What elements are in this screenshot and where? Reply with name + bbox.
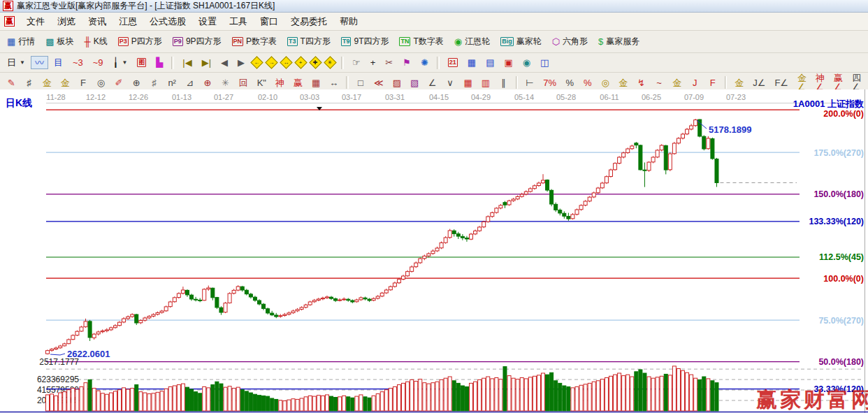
shift-left-button[interactable]: ← bbox=[250, 56, 263, 68]
zigzag-tool-button[interactable]: 〰 bbox=[31, 56, 48, 69]
notes-button[interactable]: 目 bbox=[50, 56, 67, 69]
expand-button[interactable]: ✚ bbox=[309, 56, 321, 68]
t-square-button[interactable]: T3T四方形 bbox=[283, 34, 335, 50]
n-squared-icon: n² bbox=[168, 78, 176, 87]
winner-service-button[interactable]: $赢家服务 bbox=[594, 34, 644, 50]
toolbar-separator bbox=[346, 76, 348, 89]
kline-chart[interactable]: 11-2812-1212-2601-1301-2702-1003-0303-17… bbox=[0, 89, 868, 413]
candle-body bbox=[168, 302, 172, 307]
crosshair-button[interactable]: + bbox=[366, 56, 380, 69]
wave9-button[interactable]: ~9 bbox=[89, 56, 108, 69]
menu-item-8[interactable]: 交易委托 bbox=[284, 14, 333, 29]
last-bar-icon: ▶| bbox=[202, 58, 211, 67]
menu-item-7[interactable]: 窗口 bbox=[254, 14, 284, 29]
volume-bar bbox=[452, 381, 456, 411]
date-tick-label: 04-15 bbox=[429, 93, 449, 101]
hexagon-button[interactable]: ⬡六角形 bbox=[548, 34, 592, 50]
measure-tool-button[interactable]: ✂ bbox=[381, 56, 397, 69]
volume-bar bbox=[698, 379, 702, 411]
histogram-tool-button[interactable]: ▙ bbox=[152, 56, 167, 69]
calculator-button[interactable]: ▦ bbox=[463, 56, 480, 69]
menu-item-2[interactable]: 资讯 bbox=[82, 14, 113, 29]
calculator-icon: ▦ bbox=[468, 58, 476, 67]
p-number-table-button[interactable]: PNP数字表 bbox=[228, 34, 282, 50]
candle-body bbox=[245, 290, 248, 294]
next-bar-button[interactable]: ▶ bbox=[233, 56, 249, 69]
date-tick-label: 12-12 bbox=[86, 93, 106, 101]
first-bar-button[interactable]: |◀ bbox=[178, 56, 196, 69]
candle-body bbox=[614, 164, 617, 170]
volume-bar bbox=[554, 381, 558, 411]
shift-right-button[interactable]: → bbox=[265, 56, 277, 68]
p-square-button[interactable]: P3P四方形 bbox=[114, 34, 166, 50]
last-bar-button[interactable]: ▶| bbox=[198, 56, 215, 69]
quotes-button[interactable]: ▦行情 bbox=[3, 34, 39, 50]
chart-canvas[interactable]: 11-2812-1212-2601-1301-2702-1003-0303-17… bbox=[0, 89, 868, 413]
toolbar-button-label: 板块 bbox=[57, 36, 74, 48]
candle-body bbox=[651, 157, 655, 162]
notepad-icon: ▤ bbox=[486, 58, 494, 67]
navigation-toolbar: 日▼〰目~3~9╽▼图▙|◀▶|◀▶←→↔+✚✳☞+✂⚑✺21▦▤▣◉◫ bbox=[0, 53, 868, 73]
menu-item-5[interactable]: 设置 bbox=[192, 14, 223, 29]
save-button[interactable]: ▣ bbox=[500, 56, 516, 69]
zoom-all-button[interactable]: + bbox=[294, 56, 307, 68]
volume-bar bbox=[435, 382, 439, 411]
export-button[interactable]: ◉ bbox=[519, 56, 535, 69]
menu-item-0[interactable]: 文件 bbox=[20, 14, 51, 29]
9p-square-button[interactable]: P99P四方形 bbox=[168, 34, 226, 50]
t-number-table-button[interactable]: TNT数字表 bbox=[395, 34, 447, 50]
9t-square-button[interactable]: T99T四方形 bbox=[337, 34, 393, 50]
kline-button[interactable]: ╫K线 bbox=[80, 34, 112, 50]
gann-wheel-button[interactable]: ◉江恩轮 bbox=[450, 34, 494, 50]
date-tick-label: 03-31 bbox=[385, 93, 405, 101]
winner-wheel-button[interactable]: Big赢家轮 bbox=[496, 34, 546, 50]
candle-body bbox=[528, 189, 532, 191]
time-circle-icon: ⊕ bbox=[133, 78, 140, 87]
compress-button[interactable]: ✳ bbox=[324, 56, 336, 68]
volume-bar bbox=[283, 401, 287, 411]
candle-body bbox=[96, 332, 100, 334]
volume-bar bbox=[342, 396, 346, 411]
period-day-dropdown[interactable]: 日▼ bbox=[3, 56, 29, 69]
volume-bar bbox=[338, 397, 342, 411]
candle-style-dropdown[interactable]: ╽▼ bbox=[109, 56, 132, 69]
calendar-button[interactable]: 21 bbox=[444, 56, 462, 69]
9p-square-icon: P9 bbox=[173, 37, 183, 46]
volume-bar bbox=[651, 378, 655, 411]
menu-item-9[interactable]: 帮助 bbox=[333, 14, 364, 29]
menu-item-6[interactable]: 工具 bbox=[223, 14, 254, 29]
wave3-button[interactable]: ~3 bbox=[68, 56, 87, 69]
candle-body bbox=[376, 296, 379, 298]
candle-body bbox=[334, 298, 338, 300]
menu-item-3[interactable]: 江恩 bbox=[113, 14, 143, 29]
sectors-icon: ▩ bbox=[45, 37, 54, 46]
volume-bar bbox=[384, 390, 388, 411]
sectors-button[interactable]: ▩板块 bbox=[41, 34, 78, 50]
candle-body bbox=[236, 287, 240, 290]
volume-bar bbox=[520, 377, 523, 411]
candle-body bbox=[389, 287, 392, 290]
volume-bar bbox=[440, 379, 443, 411]
menu-item-1[interactable]: 浏览 bbox=[51, 14, 82, 29]
pan-hand-button[interactable]: ☞ bbox=[348, 56, 365, 69]
candle-body bbox=[414, 263, 418, 266]
volume-bar bbox=[300, 398, 303, 411]
flag-tool-button[interactable]: ⚑ bbox=[398, 56, 415, 69]
zoom-h-button[interactable]: ↔ bbox=[280, 56, 292, 68]
volume-bar bbox=[660, 376, 663, 411]
percent-line-icon: % bbox=[584, 78, 592, 87]
notepad-button[interactable]: ▤ bbox=[482, 56, 498, 69]
tick-ruler-icon: ♯ bbox=[152, 78, 157, 87]
workstation-button[interactable]: ◫ bbox=[536, 56, 553, 69]
pattern-tool-button[interactable]: 图 bbox=[133, 56, 150, 69]
dropdown-caret-icon: ▼ bbox=[20, 59, 25, 66]
spiral-tool-button[interactable]: ✺ bbox=[417, 56, 433, 69]
candle-body bbox=[164, 307, 168, 311]
gold-gate-icon: 金 bbox=[43, 78, 52, 87]
candle-body bbox=[126, 317, 130, 319]
mirror-angle-icon: ⊿ bbox=[186, 78, 194, 87]
volume-bar bbox=[67, 390, 71, 411]
wave3-icon: ~3 bbox=[73, 58, 83, 67]
prev-bar-button[interactable]: ◀ bbox=[217, 56, 232, 69]
menu-item-4[interactable]: 公式选股 bbox=[143, 14, 192, 29]
